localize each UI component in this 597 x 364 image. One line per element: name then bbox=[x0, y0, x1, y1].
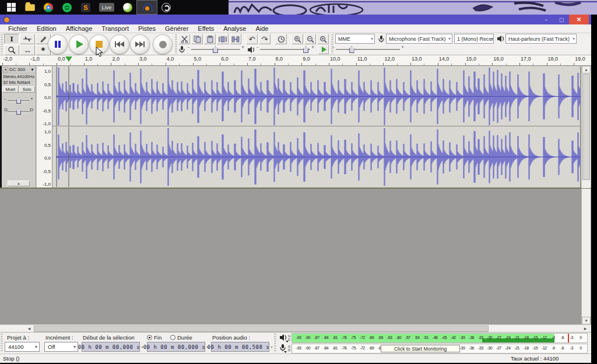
record-button[interactable] bbox=[153, 34, 173, 54]
radio-duration[interactable]: Durée bbox=[170, 334, 192, 341]
sync-lock-button[interactable] bbox=[275, 34, 287, 44]
scissors-icon bbox=[181, 36, 188, 43]
playback-speed-slider[interactable] bbox=[336, 45, 400, 54]
zoom-out-button[interactable] bbox=[304, 34, 316, 44]
vertical-scroll-thumb[interactable] bbox=[582, 74, 590, 180]
pause-button[interactable] bbox=[48, 34, 68, 54]
window-titlebar[interactable]: – ▢ ✕ bbox=[0, 15, 591, 24]
menu-item-transport[interactable]: Transport bbox=[97, 24, 134, 33]
redo-button[interactable]: ↷ bbox=[259, 34, 271, 44]
ruler-mid-tick bbox=[43, 63, 44, 65]
playhead-triangle[interactable] bbox=[65, 56, 72, 62]
silence-audio-button[interactable] bbox=[230, 34, 241, 44]
empty-track-area: ▼ bbox=[0, 189, 591, 324]
waveform-zone[interactable] bbox=[52, 66, 581, 188]
selection-start-field[interactable]: 00 h 00 m 00,000 s▾ bbox=[82, 342, 140, 352]
fast-forward-button[interactable] bbox=[130, 34, 150, 54]
close-button[interactable]: ✕ bbox=[569, 15, 589, 24]
output-volume-slider[interactable] bbox=[260, 45, 310, 54]
track-menu-caret-icon[interactable]: ▼ bbox=[30, 68, 34, 72]
timeshift-tool-button[interactable]: ↔ bbox=[20, 45, 35, 55]
ruler-label: 18,0 bbox=[548, 56, 559, 62]
input-device-dropdown[interactable]: Microphone (Fast Track)▾ bbox=[386, 34, 452, 44]
gain-slider[interactable]: - + bbox=[4, 96, 33, 105]
track-name[interactable]: DC 300 bbox=[9, 67, 29, 72]
waveform-channel-right[interactable] bbox=[52, 127, 581, 187]
sublime-text-icon[interactable]: S bbox=[80, 2, 91, 13]
radio-end[interactable]: Fin bbox=[147, 334, 161, 341]
play-button[interactable] bbox=[69, 34, 89, 54]
paste-button[interactable] bbox=[204, 34, 216, 44]
waveform-channel-left[interactable] bbox=[52, 66, 581, 126]
scroll-left-arrow[interactable]: ◂ bbox=[26, 326, 33, 332]
horizontal-scrollbar[interactable]: ◂ ▸ bbox=[0, 324, 591, 332]
input-channels-dropdown[interactable]: 1 (Mono) Recordi▾ bbox=[454, 34, 494, 44]
audacity-taskbar-tile[interactable] bbox=[136, 0, 157, 15]
meter-scale-value: 0 bbox=[580, 335, 581, 340]
menu-bar: FichierEditionAffichageTransportPistesGé… bbox=[0, 24, 591, 33]
monitoring-tooltip[interactable]: Click to Start Monitoring bbox=[381, 345, 461, 352]
copy-button[interactable] bbox=[191, 34, 203, 44]
undo-button[interactable]: ↶ bbox=[246, 34, 258, 44]
track-close-button[interactable]: × bbox=[3, 67, 8, 72]
green-orb-app-icon[interactable] bbox=[122, 2, 133, 13]
menu-item-pistes[interactable]: Pistes bbox=[134, 24, 160, 33]
snap-dropdown[interactable]: Off▾ bbox=[44, 342, 78, 352]
zoom-in-button[interactable] bbox=[292, 34, 303, 44]
scroll-right-arrow[interactable]: ▸ bbox=[582, 326, 589, 332]
scroll-up-arrow[interactable]: ▲ bbox=[582, 66, 591, 73]
menu-item-affichage[interactable]: Affichage bbox=[61, 24, 97, 33]
vertical-scrollbar-lower[interactable]: ▼ bbox=[581, 189, 591, 324]
meter-scale-value: -6 bbox=[561, 346, 564, 350]
tools-toolbar-grip[interactable] bbox=[1, 34, 3, 54]
ableton-live-icon[interactable]: Live bbox=[99, 3, 114, 12]
meter-scale-value: -69 bbox=[369, 335, 374, 340]
selection-end-field[interactable]: 00 h 00 m 00,000 s▾ bbox=[147, 342, 205, 352]
project-rate-dropdown[interactable]: 44100▾ bbox=[5, 342, 40, 352]
audio-host-dropdown[interactable]: MME▾ bbox=[335, 34, 375, 44]
obs-icon[interactable] bbox=[161, 2, 171, 13]
trim-audio-button[interactable] bbox=[217, 34, 229, 44]
trim-icon bbox=[219, 36, 227, 43]
menu-item-générer[interactable]: Générer bbox=[160, 24, 193, 33]
mute-button[interactable]: Muet bbox=[2, 86, 19, 93]
menu-item-aide[interactable]: Aide bbox=[251, 24, 273, 33]
output-level-meter[interactable]: -93-90-87-84-81-78-75-72-69-66-63-60-57-… bbox=[292, 333, 588, 343]
output-device-dropdown[interactable]: Haut-parleurs (Fast Track)▾ bbox=[505, 34, 577, 44]
chrome-icon[interactable] bbox=[43, 2, 54, 13]
horizontal-scroll-thumb[interactable] bbox=[34, 326, 489, 332]
menu-item-analyse[interactable]: Analyse bbox=[219, 24, 251, 33]
spotify-icon[interactable] bbox=[62, 2, 72, 13]
envelope-tool-button[interactable] bbox=[20, 34, 35, 44]
zoom-tool-button[interactable] bbox=[4, 45, 19, 55]
input-level-meter[interactable]: -93-90-87-84-81-78-75-72-69-66-63-60-57-… bbox=[292, 344, 588, 354]
pan-slider[interactable]: G D bbox=[4, 107, 33, 116]
minimize-button[interactable]: – bbox=[539, 15, 554, 24]
input-volume-slider[interactable] bbox=[191, 45, 240, 54]
play-at-speed-button[interactable] bbox=[318, 45, 329, 54]
solo-button[interactable]: Solo bbox=[19, 86, 36, 93]
status-bar: Stop () Taux actuel : 44100 bbox=[0, 354, 591, 363]
background-window-doodle bbox=[229, 0, 597, 15]
cut-button[interactable] bbox=[178, 34, 190, 44]
menu-item-effets[interactable]: Effets bbox=[193, 24, 219, 33]
windows-start-icon[interactable] bbox=[6, 2, 16, 13]
fit-selection-button[interactable] bbox=[317, 34, 329, 44]
file-explorer-icon[interactable] bbox=[24, 2, 35, 13]
vertical-scrollbar[interactable]: ▲ bbox=[581, 66, 591, 188]
scroll-down-arrow[interactable]: ▼ bbox=[582, 317, 591, 324]
maximize-button[interactable]: ▢ bbox=[554, 15, 569, 24]
meter-scale-value: -36 bbox=[469, 335, 474, 340]
timeline-ruler[interactable]: -2,0-1,00,01,02,03,04,05,06,07,08,09,010… bbox=[0, 55, 591, 66]
meter-toolbar-grip[interactable] bbox=[274, 334, 276, 352]
ruler-mid-tick bbox=[179, 63, 180, 65]
selection-toolbar-grip[interactable] bbox=[1, 334, 3, 352]
rewind-button[interactable] bbox=[110, 34, 129, 54]
edit-toolbar-grip[interactable] bbox=[175, 34, 177, 54]
menu-item-fichier[interactable]: Fichier bbox=[3, 24, 32, 33]
track-collapse-button[interactable]: ▲ bbox=[8, 181, 30, 186]
audio-position-field[interactable]: 00 h 00 m 00,508 s▾ bbox=[211, 342, 269, 352]
menu-item-edition[interactable]: Edition bbox=[32, 24, 61, 33]
meter-scale-value: -30 bbox=[487, 335, 493, 340]
selection-tool-button[interactable]: I bbox=[4, 34, 19, 44]
